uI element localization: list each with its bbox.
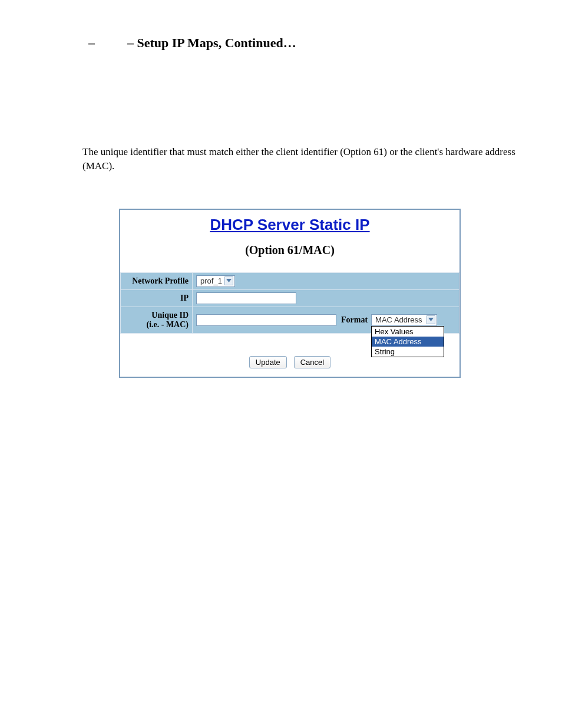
form-table: Network Profile prof_1 IP [120,272,459,334]
title-dash: – [88,35,95,50]
format-dropdown-list: Hex Values MAC Address String [371,326,444,357]
title-text: Setup IP Maps, Continued… [137,35,296,50]
format-option-string[interactable]: String [372,347,444,357]
page-title: – – Setup IP Maps, Continued… [88,35,527,51]
row-unique-id: Unique ID (i.e. - MAC) Format MAC Addres… [121,307,459,333]
format-select[interactable]: MAC Address [371,314,437,326]
ip-label: IP [121,289,193,307]
title-dash: – [127,35,134,50]
panel-subtitle: (Option 61/MAC) [120,243,459,257]
network-profile-select[interactable]: prof_1 [196,275,235,287]
cancel-button[interactable]: Cancel [294,356,330,368]
intro-text: The unique identifier that must match ei… [82,145,527,173]
format-value: MAC Address [375,315,422,324]
network-profile-label: Network Profile [121,272,193,289]
panel-title: DHCP Server Static IP [120,216,459,234]
format-option-hex[interactable]: Hex Values [372,327,444,337]
ip-input[interactable] [196,292,296,304]
chevron-down-icon [427,315,435,324]
row-network-profile: Network Profile prof_1 [121,272,459,289]
format-label: Format [341,315,368,325]
update-button[interactable]: Update [249,356,287,368]
unique-id-label-line1: Unique ID [124,311,189,320]
dhcp-static-ip-panel: DHCP Server Static IP (Option 61/MAC) Ne… [119,209,461,378]
row-ip: IP [121,289,459,307]
format-option-mac[interactable]: MAC Address [372,337,444,347]
unique-id-label-line2: (i.e. - MAC) [124,320,189,330]
chevron-down-icon [224,276,233,285]
network-profile-value: prof_1 [200,276,222,285]
unique-id-input[interactable] [196,314,336,326]
